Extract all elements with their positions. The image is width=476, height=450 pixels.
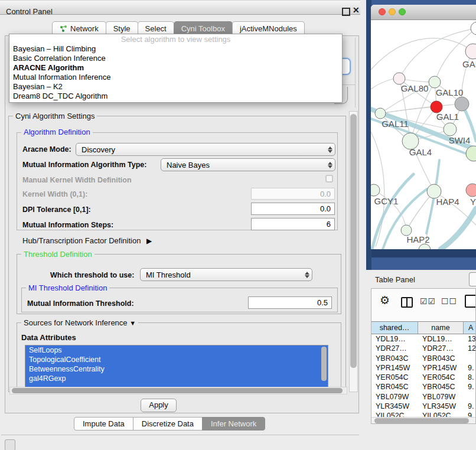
mi-steps-field[interactable]: 6 (251, 218, 335, 230)
algorithm-dropdown-popup: Select algorithm to view settings Bayesi… (9, 34, 343, 103)
table-cell: 9. (464, 363, 476, 373)
minimize-traffic-light-icon[interactable] (389, 8, 396, 15)
expand-arrow-icon: ▶ (146, 237, 152, 245)
table-cell: YBR045C (371, 382, 418, 392)
dropdown-prompt: Select algorithm to view settings (9, 34, 342, 44)
table-row[interactable]: YBR045CYBR045C9. (371, 382, 476, 392)
column-header-shared-name[interactable]: shared… (371, 322, 418, 334)
network-node-label: HAP2 (406, 234, 429, 244)
dpi-tolerance-field[interactable]: 0.0 (251, 203, 335, 215)
dropdown-item[interactable]: Bayesian – Hill Climbing (9, 44, 342, 54)
table-cell: YDL19… (371, 334, 418, 344)
table-horizontal-scrollbar[interactable] (371, 417, 476, 424)
mi-threshold-field[interactable]: 0.5 (248, 296, 332, 309)
table-row[interactable]: YIL052CYIL052C9 (371, 411, 476, 417)
table-row[interactable]: YBR043CYBR043C (371, 354, 476, 363)
network-window-titlebar[interactable] (371, 5, 476, 20)
stepper-arrows-icon (302, 272, 312, 278)
table-row[interactable]: YLR345WYLR345W9. (371, 402, 476, 411)
attribute-item-selected[interactable]: BetweennessCentrality (25, 364, 328, 374)
network-node[interactable] (465, 44, 476, 59)
data-attributes-list[interactable]: SelfLoops TopologicalCoefficient Between… (25, 345, 328, 388)
table-row[interactable]: YPR145WYPR145W9. (371, 363, 476, 373)
network-view-window: GALGAL80GAL10GAL1GAL11SWI4GAL4GCY1HAP4YH… (371, 5, 476, 249)
network-node[interactable] (431, 101, 442, 113)
aracne-mode-select[interactable]: Discovery (76, 143, 335, 156)
list-scrollbar[interactable] (321, 347, 327, 381)
docked-panel-icon[interactable] (5, 439, 15, 450)
mi-threshold-group-title: MI Threshold Definition (26, 284, 109, 292)
scrollbar-thumb[interactable] (350, 114, 357, 368)
manual-kernel-width-label: Manual Kernel Width Definition (22, 176, 132, 184)
attribute-item-selected[interactable]: TopologicalCoefficient (25, 355, 328, 364)
network-node[interactable] (371, 184, 380, 196)
sources-group-title[interactable]: Sources for Network Inference ▼ (21, 319, 138, 327)
table-cell: 9. (464, 382, 476, 392)
gear-icon[interactable]: ⚙ (380, 295, 390, 306)
float-window-icon[interactable] (342, 8, 350, 16)
select-all-checkboxes-icon[interactable]: ☑☑ (420, 296, 436, 306)
network-node[interactable] (471, 22, 476, 35)
bottom-tabbar: Impute Data Discretize Data Infer Networ… (74, 417, 265, 431)
dropdown-item[interactable]: Bayesian – K2 (9, 82, 342, 92)
which-threshold-select[interactable]: MI Threshold (140, 268, 312, 281)
manual-kernel-width-checkbox[interactable] (325, 175, 333, 182)
network-node-label: GAL11 (382, 119, 409, 129)
tab-discretize-data[interactable]: Discretize Data (133, 417, 203, 431)
table-cell: 9. (464, 402, 476, 411)
close-icon[interactable]: ✕ (353, 5, 360, 15)
network-node[interactable] (419, 244, 431, 249)
deselect-checkboxes-icon[interactable]: ☐☐ (441, 296, 457, 306)
control-panel-titlebar (0, 0, 360, 15)
covered-groupbox-edge (355, 38, 356, 107)
table-body[interactable]: YDL19…YDL19…13YDR27…YDR27…12YBR043CYBR04… (371, 334, 476, 417)
network-node-label: GAL80 (401, 83, 429, 93)
apply-button[interactable]: Apply (141, 399, 177, 412)
network-node[interactable] (455, 97, 469, 111)
column-header-clipped[interactable]: A (464, 322, 476, 334)
attribute-item-selected[interactable]: SelfLoops (25, 345, 328, 355)
table-panel-menu-button[interactable] (469, 272, 476, 286)
network-node[interactable] (466, 184, 476, 197)
scrollbar-thumb[interactable] (12, 388, 343, 393)
network-node-label: GCY1 (374, 196, 399, 206)
table-cell: YBR043C (371, 354, 418, 363)
network-node-label: GAL4 (409, 147, 432, 157)
dropdown-item[interactable]: Mutual Information Inference (9, 73, 342, 82)
table-row[interactable]: YDR27…YDR27…12 (371, 344, 476, 353)
network-node[interactable] (393, 73, 405, 84)
tab-impute-data[interactable]: Impute Data (74, 417, 133, 431)
scrollbar-thumb[interactable] (374, 418, 469, 423)
hub-section-toggle[interactable]: Hub/Transcription Factor Definition ▶ (22, 236, 152, 245)
dropdown-item-selected[interactable]: ARACNE Algorithm (9, 63, 342, 73)
column-header-name[interactable]: name (418, 322, 464, 334)
network-node[interactable] (375, 108, 386, 119)
network-node[interactable] (429, 76, 441, 88)
table-row[interactable]: YBL079WYBL079W (371, 392, 476, 402)
settings-vertical-scrollbar[interactable] (349, 111, 358, 392)
mi-algorithm-type-value: Naive Bayes (161, 161, 325, 169)
dropdown-item[interactable]: Basic Correlation Inference (9, 54, 342, 63)
network-canvas[interactable]: GALGAL80GAL10GAL1GAL11SWI4GAL4GCY1HAP4YH… (371, 19, 476, 249)
settings-horizontal-scrollbar[interactable] (9, 387, 347, 394)
table-cell: YBR043C (418, 354, 464, 363)
zoom-traffic-light-icon[interactable] (399, 8, 406, 15)
mi-steps-label: Mutual Information Steps: (22, 221, 113, 229)
network-node-label: HAP4 (436, 197, 459, 207)
tab-label: Cyni Toolbox (181, 24, 225, 33)
tab-infer-network[interactable]: Infer Network (202, 417, 265, 431)
table-row[interactable]: YER054CYER054C8. (371, 373, 476, 382)
table-row[interactable]: YDL19…YDL19…13 (371, 334, 476, 344)
document-icon[interactable] (465, 295, 476, 308)
table-header: shared… name A (371, 321, 476, 334)
aracne-mode-label: Aracne Mode: (22, 145, 71, 154)
close-traffic-light-icon[interactable] (379, 8, 386, 15)
kernel-width-field: 0.0 (251, 188, 335, 200)
attribute-item-selected[interactable]: gal4RGexp (25, 374, 328, 383)
column-layout-icon[interactable] (401, 297, 413, 308)
dropdown-item[interactable]: Dream8 DC_TDC Algorithm (9, 92, 342, 101)
dpi-tolerance-label: DPI Tolerance [0,1]: (22, 206, 91, 214)
mi-algorithm-type-select[interactable]: Naive Bayes (161, 158, 335, 171)
network-node-label: SWI4 (449, 135, 471, 145)
network-node[interactable] (444, 123, 457, 136)
